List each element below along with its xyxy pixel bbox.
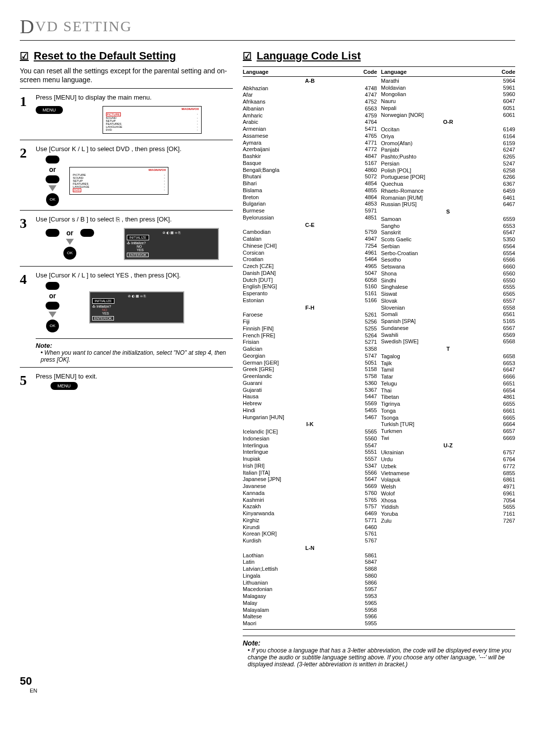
lang-row: Bislama4855 <box>243 187 377 194</box>
lang-row: Rhaeto-Romance6459 <box>381 188 515 195</box>
lang-row: Shona6560 <box>381 270 515 277</box>
step4-text: Use [Cursor K / L ] to select YES , then… <box>36 271 233 279</box>
lang-row: Maori5955 <box>243 620 377 627</box>
lang-row: Azerbaijani4772 <box>243 146 377 153</box>
lang-row: Galician5358 <box>243 346 377 353</box>
menu-screen-1: MAGNAVOX PICTURE-SOUND-SETUP-FEATURES-LA… <box>103 106 202 134</box>
lang-row: Russian [RUS]6467 <box>381 201 515 208</box>
lang-row: Siswat6565 <box>381 291 515 298</box>
lang-row: Indonesian5560 <box>243 435 377 442</box>
right-button[interactable] <box>80 229 94 237</box>
lang-row: Quechua6367 <box>381 181 515 188</box>
lang-group: C-E <box>243 222 377 229</box>
lang-row: Basque5167 <box>243 160 377 167</box>
lang-row: Serbian6564 <box>381 243 515 250</box>
lang-col-1: LanguageCode A-BAbkhazian4748Afar4747Afr… <box>243 69 377 627</box>
lang-row: Tibetan4861 <box>381 394 515 401</box>
up-button[interactable] <box>46 156 59 163</box>
lang-row: Oriya6164 <box>381 133 515 140</box>
dialog-initialize-1: ⊘ ◐ ▦ ∞ ⎘ INITIALIZE 🕹 Initialize? NO YE… <box>124 228 219 260</box>
left-button[interactable] <box>46 229 59 237</box>
step5-text: Press [MENU] to exit. <box>36 373 233 380</box>
lang-row: Slovenian6558 <box>381 305 515 312</box>
lang-row: Esperanto5161 <box>243 290 377 297</box>
lang-group: T <box>381 346 515 353</box>
lang-row: Wolof6961 <box>381 490 515 497</box>
lang-row: Oromo(Afan)6159 <box>381 140 515 147</box>
down-button[interactable] <box>46 175 59 183</box>
lang-row: Gujarati5367 <box>243 387 377 394</box>
step1-text: Press [MENU] to display the main menu. <box>36 94 233 101</box>
lang-row: Latvian;Lettish5868 <box>243 566 377 573</box>
lang-row: Tsonga6665 <box>381 415 515 422</box>
lang-row: Kinyarwanda6469 <box>243 510 377 517</box>
lang-row: Serbo-Croatian6554 <box>381 250 515 257</box>
lang-row: Fiji5256 <box>243 319 377 325</box>
lang-row: Lingala5860 <box>243 573 377 580</box>
lang-row: Bihari4854 <box>243 180 377 187</box>
lang-row: Turkmen6657 <box>381 428 515 435</box>
menu-screen-2: MAGNAVOX PICTURE-SOUND-SETUP-FEATURES-LA… <box>69 167 168 195</box>
lang-row: Polish [POL]6258 <box>381 167 515 174</box>
lang-row: Hungarian [HUN]5467 <box>243 414 377 421</box>
note-label: Note: <box>36 338 233 349</box>
step-num-1: 1 <box>20 94 32 136</box>
lang-row: Kashmiri5765 <box>243 497 377 504</box>
menu-button[interactable]: MENU <box>36 106 63 114</box>
lang-group: L-N <box>243 545 377 552</box>
lang-row: Singhalese6555 <box>381 284 515 291</box>
lang-row: Sundanese6567 <box>381 325 515 332</box>
lang-row: Byelorussian4851 <box>243 215 377 221</box>
lang-row: Greenlandic5758 <box>243 373 377 380</box>
lang-row: Vietnamese6855 <box>381 470 515 477</box>
lang-row: Kannada5760 <box>243 490 377 497</box>
lang-group: I-K <box>243 421 377 428</box>
lang-row: Somali6561 <box>381 311 515 318</box>
page-lang: EN <box>30 688 515 694</box>
ok-button[interactable]: OK <box>46 320 59 332</box>
lang-row: Hindi5455 <box>243 407 377 414</box>
lang-row: Arabic4764 <box>243 119 377 126</box>
ok-button[interactable]: OK <box>46 193 59 206</box>
lang-row: Bhutani5072 <box>243 173 377 180</box>
lang-row: Corsican4961 <box>243 250 377 257</box>
lang-row: Japanese [JPN]5647 <box>243 476 377 483</box>
lang-row: English [ENG]5160 <box>243 283 377 290</box>
lang-row: Zulu7267 <box>381 518 515 525</box>
lang-note-body: • If you choose a language that has a 3-… <box>248 647 515 668</box>
lang-row: Nepali6051 <box>381 105 515 112</box>
lang-row: Occitan6149 <box>381 126 515 133</box>
up-button[interactable] <box>46 282 59 290</box>
lang-row: Amharic4759 <box>243 112 377 119</box>
lang-row: Tatar6666 <box>381 374 515 380</box>
down-button[interactable] <box>46 302 59 310</box>
lang-row: Moldavian5961 <box>381 85 515 92</box>
lang-row: Afrikaans4752 <box>243 99 377 106</box>
lang-row: Macedonian5957 <box>243 586 377 593</box>
lang-row: Finnish [FIN]5255 <box>243 325 377 332</box>
lang-row: Aymara4771 <box>243 140 377 147</box>
step-num-4: 4 <box>20 271 32 363</box>
lang-row: Croatian5464 <box>243 256 377 263</box>
lang-row: Twi6669 <box>381 435 515 442</box>
lang-row: Chinese [CHI]7254 <box>243 243 377 250</box>
lang-row: Ukrainian6757 <box>381 449 515 456</box>
lang-row: Javanese5669 <box>243 483 377 490</box>
menu-button[interactable]: MENU <box>51 382 78 390</box>
lang-row: Panjabi6247 <box>381 147 515 154</box>
lang-row: Portuguese [POR]6266 <box>381 174 515 181</box>
ok-button[interactable]: OK <box>63 247 76 260</box>
lang-row: Tigrinya6655 <box>381 401 515 408</box>
lang-row: Yiddish5655 <box>381 504 515 511</box>
lang-row: Abkhazian4748 <box>243 85 377 92</box>
lang-row: Swahili6569 <box>381 332 515 339</box>
lang-group: U-Z <box>381 442 515 449</box>
lang-note-label: Note: <box>243 636 515 647</box>
lang-row: Georgian5747 <box>243 353 377 360</box>
reset-intro: You can reset all the settings except fo… <box>20 66 233 84</box>
remote-nav-4: or OK <box>46 282 59 332</box>
lang-group: O-R <box>381 119 515 126</box>
lang-row: Assamese4765 <box>243 133 377 140</box>
lang-row: Dutch [DUT]6058 <box>243 277 377 284</box>
lang-col-2: LanguageCode Marathi5964Moldavian5961Mon… <box>381 69 515 627</box>
